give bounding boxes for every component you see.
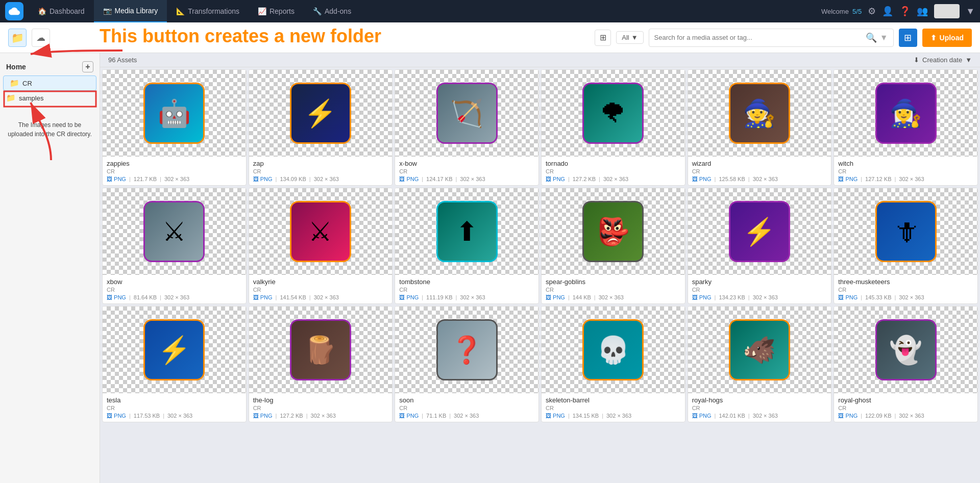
media-card-soon[interactable]: ❓ soon CR 🖼 PNG | 71.1 KB | 302 × 363 [395, 306, 539, 422]
media-size: 145.33 KB [865, 294, 891, 300]
nav-tab-media-library[interactable]: 📷 Media Library [94, 0, 167, 22]
media-dims: 302 × 363 [899, 294, 924, 300]
media-card-witch[interactable]: 🧙‍♀ witch CR 🖼 PNG | 127.12 KB | 302 × 3… [834, 69, 978, 186]
media-card-icon: 🌪 [582, 83, 644, 144]
media-card-zappies[interactable]: 🤖 zappies CR 🖼 PNG | 121.7 KB | 302 × 36… [102, 69, 247, 186]
media-card-thumb: ❓ [395, 307, 538, 393]
grid-view-button[interactable]: ⊞ [595, 30, 611, 46]
search-mini[interactable] [934, 4, 960, 18]
media-card-thumb: 🤖 [103, 70, 246, 157]
media-card-thumb: 🧙‍♀ [834, 70, 977, 157]
media-card-info: skeleton-barrel CR 🖼 PNG | 134.15 KB | 3… [542, 393, 685, 422]
media-card-folder: CR [692, 168, 827, 174]
media-dims: 302 × 363 [753, 413, 778, 419]
chevron-down-icon[interactable]: ▼ [966, 6, 975, 17]
media-card-meta: 🖼 PNG | 127.12 KB | 302 × 363 [838, 176, 973, 182]
media-dims: 302 × 363 [753, 294, 778, 300]
media-card-xbow[interactable]: ⚔ xbow CR 🖼 PNG | 81.64 KB | 302 × 363 [102, 188, 247, 304]
media-type-badge: 🖼 PNG [692, 294, 712, 300]
help-icon[interactable]: ❓ [899, 6, 911, 17]
media-card-info: three-musketeers CR 🖼 PNG | 145.33 KB | … [834, 275, 977, 303]
settings-icon[interactable]: ⚙ [868, 6, 876, 17]
app-logo[interactable] [5, 2, 23, 20]
search-chevron-icon[interactable]: ▼ [880, 33, 888, 42]
media-card-royal-hogs[interactable]: 🐗 royal-hogs CR 🖼 PNG | 142.01 KB | 302 … [688, 306, 832, 422]
nav-tab-transformations[interactable]: 📐 Transformations [167, 0, 249, 22]
media-card-info: wizard CR 🖼 PNG | 125.58 KB | 302 × 363 [688, 157, 831, 185]
person-icon[interactable]: 👤 [882, 6, 893, 17]
media-card-icon: 🐗 [729, 319, 790, 380]
media-card-meta: 🖼 PNG | 125.58 KB | 302 × 363 [692, 176, 827, 182]
media-card-info: soon CR 🖼 PNG | 71.1 KB | 302 × 363 [395, 393, 538, 422]
media-dims: 302 × 363 [460, 176, 485, 182]
media-card-tombstone[interactable]: ⬆ tombstone CR 🖼 PNG | 111.19 KB | 302 ×… [395, 188, 539, 304]
media-card-meta: 🖼 PNG | 122.09 KB | 302 × 363 [838, 413, 973, 419]
media-card-info: x-bow CR 🖼 PNG | 124.17 KB | 302 × 363 [395, 157, 538, 185]
media-card-tornado[interactable]: 🌪 tornado CR 🖼 PNG | 127.2 KB | 302 × 36… [541, 69, 685, 186]
media-card-skeleton-barrel[interactable]: 💀 skeleton-barrel CR 🖼 PNG | 134.15 KB |… [541, 306, 685, 422]
new-folder-button[interactable]: 📁 [8, 29, 27, 47]
media-card-sparky[interactable]: ⚡ sparky CR 🖼 PNG | 134.23 KB | 302 × 36… [688, 188, 832, 304]
embed-button[interactable]: ⊞ [899, 29, 917, 47]
media-card-royal-ghost[interactable]: 👻 royal-ghost CR 🖼 PNG | 122.09 KB | 302… [834, 306, 978, 422]
media-card-thumb: ⚡ [688, 188, 831, 275]
search-input[interactable] [654, 34, 863, 41]
sidebar-item-cr[interactable]: 📁 CR [3, 75, 96, 91]
media-card-thumb: 🐗 [688, 307, 831, 393]
filter-all-button[interactable]: All ▼ [616, 31, 643, 44]
media-card-name: tombstone [399, 278, 534, 286]
sort-down-icon: ⬇ [914, 56, 919, 64]
user-count: 5/5 [852, 8, 862, 15]
main-layout: Home + 📁 CR 📁 samples The Images need to… [0, 53, 980, 483]
nav-tab-reports[interactable]: 📈 Reports [249, 0, 304, 22]
media-card-x-bow[interactable]: 🏹 x-bow CR 🖼 PNG | 124.17 KB | 302 × 363 [395, 69, 539, 186]
media-card-meta: 🖼 PNG | 145.33 KB | 302 × 363 [838, 294, 973, 300]
upload-button[interactable]: ⬆ Upload [922, 29, 972, 47]
nav-tab-addons[interactable]: 🔧 Add-ons [304, 0, 360, 22]
top-nav: 🏠 Dashboard 📷 Media Library 📐 Transforma… [0, 0, 980, 22]
media-card-info: royal-hogs CR 🖼 PNG | 142.01 KB | 302 × … [688, 393, 831, 422]
media-dims: 302 × 363 [599, 294, 624, 300]
media-size: 125.58 KB [719, 176, 745, 182]
media-type-badge: 🖼 PNG [253, 294, 273, 300]
media-card-meta: 🖼 PNG | 134.23 KB | 302 × 363 [692, 294, 827, 300]
media-card-name: zappies [107, 160, 242, 167]
media-size: 124.17 KB [426, 176, 452, 182]
sort-button[interactable]: ⬇ Creation date ▼ [914, 56, 972, 64]
media-card-icon: ⚔ [143, 201, 205, 262]
media-card-meta: 🖼 PNG | 127.2 KB | 302 × 363 [253, 413, 388, 419]
media-type-badge: 🖼 PNG [253, 413, 273, 419]
media-card-name: sparky [692, 278, 827, 286]
media-card-thumb: ⚔ [249, 188, 393, 275]
media-card-info: zappies CR 🖼 PNG | 121.7 KB | 302 × 363 [103, 157, 246, 185]
nav-tab-dashboard[interactable]: 🏠 Dashboard [29, 0, 94, 22]
media-type-badge: 🖼 PNG [546, 176, 565, 182]
nav-right: Welcome 5/5 ⚙ 👤 ❓ 👥 ▼ [821, 4, 975, 18]
media-dims: 302 × 363 [314, 176, 339, 182]
media-card-zap[interactable]: ⚡ zap CR 🖼 PNG | 134.09 KB | 302 × 363 [249, 69, 393, 186]
add-folder-button[interactable]: + [82, 61, 93, 72]
media-dims: 302 × 363 [460, 294, 485, 300]
media-card-thumb: 🧙 [688, 70, 831, 157]
sidebar-annotation-text: The Images need to be uploaded into the … [8, 121, 92, 138]
media-card-meta: 🖼 PNG | 81.64 KB | 302 × 363 [107, 294, 242, 300]
media-card-meta: 🖼 PNG | 111.19 KB | 302 × 363 [399, 294, 534, 300]
media-type-badge: 🖼 PNG [253, 176, 273, 182]
media-card-spear-goblins[interactable]: 👺 spear-goblins CR 🖼 PNG | 144 KB | 302 … [541, 188, 685, 304]
media-card-tesla[interactable]: ⚡ tesla CR 🖼 PNG | 117.53 KB | 302 × 363 [102, 306, 247, 422]
filter-all-label: All [622, 34, 629, 41]
cloud-button[interactable]: ☁ [32, 29, 50, 47]
media-size: 144 KB [573, 294, 591, 300]
sort-chevron-icon: ▼ [965, 56, 972, 64]
media-card-the-log[interactable]: 🪵 the-log CR 🖼 PNG | 127.2 KB | 302 × 36… [249, 306, 393, 422]
media-card-name: royal-ghost [838, 396, 973, 404]
users-icon[interactable]: 👥 [917, 6, 928, 17]
media-card-info: xbow CR 🖼 PNG | 81.64 KB | 302 × 363 [103, 275, 246, 303]
media-card-three-musketeers[interactable]: 🗡 three-musketeers CR 🖼 PNG | 145.33 KB … [834, 188, 978, 304]
folder-samples-icon: 📁 [6, 93, 16, 103]
search-icon[interactable]: 🔍 [866, 32, 877, 43]
media-card-meta: 🖼 PNG | 71.1 KB | 302 × 363 [399, 413, 534, 419]
media-card-wizard[interactable]: 🧙 wizard CR 🖼 PNG | 125.58 KB | 302 × 36… [688, 69, 832, 186]
sidebar-item-samples[interactable]: 📁 samples [0, 91, 100, 105]
media-card-valkyrie[interactable]: ⚔ valkyrie CR 🖼 PNG | 141.54 KB | 302 × … [249, 188, 393, 304]
